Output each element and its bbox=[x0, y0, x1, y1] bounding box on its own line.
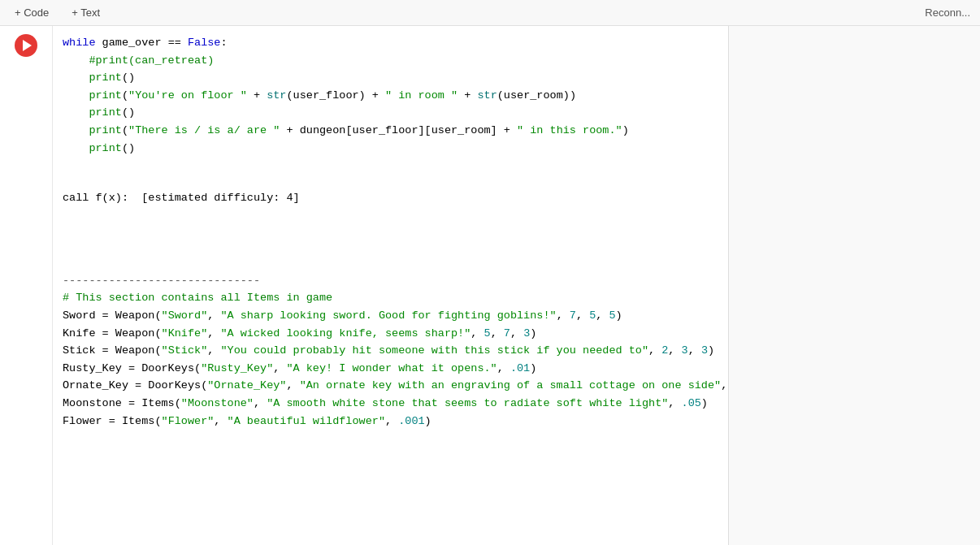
code-line-6: print("There is / is a/ are " + dungeon[… bbox=[63, 122, 718, 140]
run-button[interactable] bbox=[15, 34, 37, 57]
code-line-knife: Knife = Weapon("Knife", "A wicked lookin… bbox=[63, 325, 718, 343]
cell-run-area bbox=[0, 26, 52, 545]
code-line-5: print() bbox=[63, 104, 718, 122]
spacer-3 bbox=[63, 207, 718, 223]
spacer-4 bbox=[63, 223, 718, 240]
add-code-button[interactable]: + Code bbox=[10, 5, 54, 20]
spacer-6 bbox=[63, 256, 718, 272]
reconnect-label: Reconn... bbox=[925, 6, 970, 19]
code-line-ornate-key: Ornate_Key = DoorKeys("Ornate_Key", "An … bbox=[63, 377, 718, 395]
code-line-moonstone: Moonstone = Items("Moonstone", "A smooth… bbox=[63, 395, 718, 413]
code-line-rusty-key: Rusty_Key = DoorKeys("Rusty_Key", "A key… bbox=[63, 360, 718, 378]
spacer-1 bbox=[63, 157, 718, 173]
toolbar: + Code + Text Reconn... bbox=[0, 0, 980, 26]
code-line-2: #print(can_retreat) bbox=[63, 52, 718, 70]
code-line-divider: ------------------------------ bbox=[63, 272, 718, 290]
code-line-call: call f(x): [estimated difficuly: 4] bbox=[63, 189, 718, 207]
spacer-2 bbox=[63, 173, 718, 189]
code-line-comment: # This section contains all Items in gam… bbox=[63, 289, 718, 307]
code-line-stick: Stick = Weapon("Stick", "You could proba… bbox=[63, 342, 718, 360]
code-line-7: print() bbox=[63, 140, 718, 158]
code-line-sword: Sword = Weapon("Sword", "A sharp looking… bbox=[63, 307, 718, 325]
code-line-4: print("You're on floor " + str(user_floo… bbox=[63, 87, 718, 105]
notebook-cell: while game_over == False: #print(can_ret… bbox=[0, 26, 980, 545]
spacer-5 bbox=[63, 240, 718, 256]
right-panel bbox=[728, 26, 980, 545]
code-line-1: while game_over == False: bbox=[63, 34, 718, 52]
code-line-flower: Flower = Items("Flower", "A beautiful wi… bbox=[63, 413, 718, 430]
add-text-button[interactable]: + Text bbox=[67, 5, 105, 20]
code-line-3: print() bbox=[63, 69, 718, 87]
code-editor[interactable]: while game_over == False: #print(can_ret… bbox=[52, 26, 728, 545]
